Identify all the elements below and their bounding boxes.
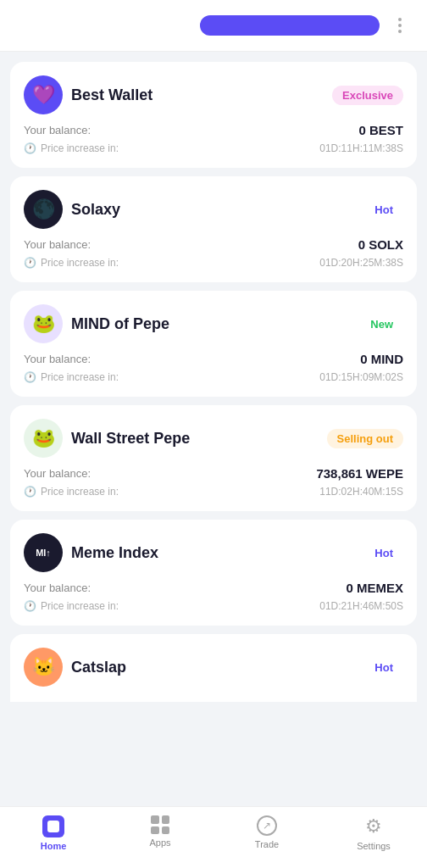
price-label-best-wallet: 🕐 Price increase in: bbox=[24, 142, 119, 154]
token-card-meme-index[interactable]: MI↑ Meme Index Hot Your balance: 0 MEMEX… bbox=[10, 520, 417, 626]
token-badge-meme-index: Hot bbox=[364, 543, 403, 563]
timer-best-wallet: 01D:11H:11M:38S bbox=[319, 142, 403, 154]
token-card-solaxy[interactable]: 🌑 Solaxy Hot Your balance: 0 SOLX 🕐 Pric… bbox=[10, 176, 417, 282]
nav-home-label: Home bbox=[41, 841, 67, 851]
token-name-meme-index: Meme Index bbox=[71, 544, 158, 562]
balance-value-mind-of-pepe: 0 MIND bbox=[360, 352, 403, 366]
clock-icon-mind-of-pepe: 🕐 bbox=[24, 371, 36, 383]
more-menu-button[interactable] bbox=[386, 12, 413, 39]
timer-solaxy: 01D:20H:25M:38S bbox=[319, 257, 403, 269]
balance-label-meme-index: Your balance: bbox=[24, 581, 91, 594]
nav-trade[interactable]: ↗ Trade bbox=[241, 815, 292, 851]
token-badge-solaxy: Hot bbox=[364, 200, 403, 220]
tab-tokens[interactable] bbox=[14, 15, 193, 36]
dot-1 bbox=[398, 18, 402, 21]
token-icon-mind-of-pepe: 🐸 bbox=[24, 304, 63, 343]
token-icon-meme-index: MI↑ bbox=[24, 533, 63, 572]
nav-settings-label: Settings bbox=[357, 841, 391, 851]
balance-label-wall-street-pepe: Your balance: bbox=[24, 467, 91, 480]
home-icon bbox=[42, 815, 64, 837]
tab-bar bbox=[0, 0, 427, 52]
balance-label-solaxy: Your balance: bbox=[24, 238, 91, 251]
token-card-mind-of-pepe[interactable]: 🐸 MIND of Pepe New Your balance: 0 MIND … bbox=[10, 291, 417, 397]
token-badge-best-wallet: Exclusive bbox=[332, 86, 403, 105]
nav-trade-label: Trade bbox=[255, 839, 279, 849]
balance-value-wall-street-pepe: 738,861 WEPE bbox=[316, 466, 403, 481]
token-card-wall-street-pepe[interactable]: 🐸 Wall Street Pepe Selling out Your bala… bbox=[10, 405, 417, 511]
balance-value-solaxy: 0 SOLX bbox=[358, 237, 403, 252]
token-icon-solaxy: 🌑 bbox=[24, 190, 63, 229]
token-name-mind-of-pepe: MIND of Pepe bbox=[71, 315, 169, 333]
token-name-catslap: Catslap bbox=[71, 659, 126, 676]
nav-home[interactable]: Home bbox=[28, 815, 79, 851]
price-label-meme-index: 🕐 Price increase in: bbox=[24, 600, 119, 612]
nav-apps-label: Apps bbox=[149, 837, 170, 848]
bottom-nav: Home Apps ↗ Trade ⚙ Settings bbox=[0, 806, 427, 868]
token-name-wall-street-pepe: Wall Street Pepe bbox=[71, 430, 190, 448]
token-name-solaxy: Solaxy bbox=[71, 201, 120, 219]
dot-2 bbox=[398, 24, 402, 27]
clock-icon-wall-street-pepe: 🕐 bbox=[24, 486, 36, 498]
clock-icon-best-wallet: 🕐 bbox=[24, 142, 36, 154]
clock-icon-meme-index: 🕐 bbox=[24, 600, 36, 612]
clock-icon-solaxy: 🕐 bbox=[24, 257, 36, 269]
price-label-wall-street-pepe: 🕐 Price increase in: bbox=[24, 486, 119, 498]
balance-label-mind-of-pepe: Your balance: bbox=[24, 353, 91, 365]
token-icon-best-wallet: 💜 bbox=[24, 75, 63, 114]
tab-upcoming[interactable] bbox=[200, 15, 380, 36]
token-name-best-wallet: Best Wallet bbox=[71, 86, 152, 104]
trade-icon: ↗ bbox=[257, 815, 277, 836]
token-badge-catslap: Hot bbox=[364, 658, 403, 677]
dot-3 bbox=[398, 30, 402, 33]
nav-settings[interactable]: ⚙ Settings bbox=[348, 815, 399, 851]
token-badge-mind-of-pepe: New bbox=[360, 314, 403, 334]
token-card-best-wallet[interactable]: 💜 Best Wallet Exclusive Your balance: 0 … bbox=[10, 62, 417, 168]
nav-apps[interactable]: Apps bbox=[135, 815, 186, 851]
balance-value-meme-index: 0 MEMEX bbox=[346, 581, 403, 595]
token-icon-wall-street-pepe: 🐸 bbox=[24, 419, 63, 458]
token-list: 💜 Best Wallet Exclusive Your balance: 0 … bbox=[0, 52, 427, 787]
timer-meme-index: 01D:21H:46M:50S bbox=[319, 600, 403, 612]
price-label-solaxy: 🕐 Price increase in: bbox=[24, 257, 119, 269]
price-label-mind-of-pepe: 🕐 Price increase in: bbox=[24, 371, 119, 383]
timer-wall-street-pepe: 11D:02H:40M:15S bbox=[319, 486, 403, 498]
token-icon-catslap: 🐱 bbox=[24, 648, 63, 687]
apps-icon bbox=[151, 815, 169, 834]
token-badge-wall-street-pepe: Selling out bbox=[327, 429, 403, 448]
balance-value-best-wallet: 0 BEST bbox=[358, 123, 403, 137]
balance-label-best-wallet: Your balance: bbox=[24, 124, 91, 136]
timer-mind-of-pepe: 01D:15H:09M:02S bbox=[319, 371, 403, 383]
token-card-catslap[interactable]: 🐱 Catslap Hot bbox=[10, 634, 417, 702]
settings-icon: ⚙ bbox=[365, 815, 382, 837]
